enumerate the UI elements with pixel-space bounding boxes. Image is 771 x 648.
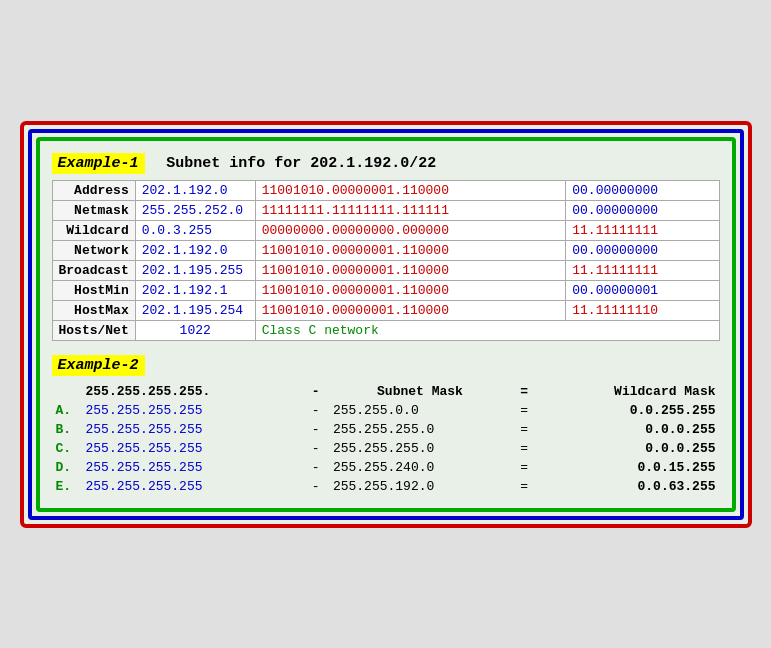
subnet-row: Address202.1.192.011001010.00000001.1100… — [52, 180, 719, 200]
subnet-row-binary2: 00.00000000 — [566, 200, 719, 220]
wildcard-col4-header: = — [511, 382, 537, 401]
subnet-row-label: HostMin — [52, 280, 135, 300]
subnet-row: HostMax202.1.195.25411001010.00000001.11… — [52, 300, 719, 320]
subnet-row-label: Network — [52, 240, 135, 260]
subnet-row-label: Netmask — [52, 200, 135, 220]
outer-border: Example-1 Subnet info for 202.1.192.0/22… — [20, 121, 752, 528]
subnet-row: Wildcard0.0.3.25500000000.00000000.00000… — [52, 220, 719, 240]
wildcard-letter: B. — [52, 420, 82, 439]
subnet-row-label: Address — [52, 180, 135, 200]
subnet-row-binary1: 00000000.00000000.000000 — [255, 220, 566, 240]
example2-header-row: Example-2 — [52, 355, 720, 376]
wildcard-ip: 255.255.255.255 — [82, 401, 303, 420]
wildcard-letter: A. — [52, 401, 82, 420]
wildcard-mask: 255.255.255.0 — [329, 439, 511, 458]
subnet-row-value: 0.0.3.255 — [135, 220, 255, 240]
wildcard-ip: 255.255.255.255 — [82, 439, 303, 458]
wildcard-row: C.255.255.255.255-255.255.255.0=0.0.0.25… — [52, 439, 720, 458]
subnet-row-binary2: 11.11111110 — [566, 300, 719, 320]
subnet-row-binary1: 11001010.00000001.110000 — [255, 260, 566, 280]
inner-border: Example-1 Subnet info for 202.1.192.0/22… — [36, 137, 736, 512]
wildcard-eq: = — [511, 439, 537, 458]
wildcard-letter: C. — [52, 439, 82, 458]
subnet-row-binary1: 11001010.00000001.110000 — [255, 240, 566, 260]
wildcard-col5-header: Wildcard Mask — [537, 382, 719, 401]
subnet-table: Address202.1.192.011001010.00000001.1100… — [52, 180, 720, 341]
wildcard-op: - — [303, 458, 329, 477]
wildcard-eq: = — [511, 458, 537, 477]
wildcard-row: B.255.255.255.255-255.255.255.0=0.0.0.25… — [52, 420, 720, 439]
wildcard-result: 0.0.0.255 — [537, 420, 719, 439]
hosts-net-value: 1022 — [135, 320, 255, 340]
wildcard-ip: 255.255.255.255 — [82, 458, 303, 477]
wildcard-ip: 255.255.255.255 — [82, 477, 303, 496]
subnet-row-value: 202.1.195.254 — [135, 300, 255, 320]
subnet-row-value: 202.1.192.0 — [135, 180, 255, 200]
subnet-row-value: 202.1.195.255 — [135, 260, 255, 280]
subnet-row-binary2: 11.11111111 — [566, 260, 719, 280]
subnet-row-binary1: 11001010.00000001.110000 — [255, 280, 566, 300]
wildcard-op: - — [303, 439, 329, 458]
example1-label: Example-1 — [52, 153, 145, 174]
example1-title-row: Example-1 Subnet info for 202.1.192.0/22 — [52, 153, 720, 174]
subnet-row-label: HostMax — [52, 300, 135, 320]
subnet-row-binary1: 11001010.00000001.110000 — [255, 300, 566, 320]
wildcard-col1-header: 255.255.255.255. — [82, 382, 303, 401]
subnet-row-binary2: 00.00000001 — [566, 280, 719, 300]
wildcard-op: - — [303, 420, 329, 439]
subnet-row: Netmask255.255.252.011111111.11111111.11… — [52, 200, 719, 220]
wildcard-eq: = — [511, 420, 537, 439]
wildcard-row: E.255.255.255.255-255.255.192.0=0.0.63.2… — [52, 477, 720, 496]
wildcard-eq: = — [511, 401, 537, 420]
hosts-net-label: Hosts/Net — [52, 320, 135, 340]
subnet-row-label: Wildcard — [52, 220, 135, 240]
example2-label: Example-2 — [52, 355, 145, 376]
subnet-row-value: 202.1.192.1 — [135, 280, 255, 300]
subnet-row: Network202.1.192.011001010.00000001.1100… — [52, 240, 719, 260]
wildcard-eq: = — [511, 477, 537, 496]
wildcard-letter: D. — [52, 458, 82, 477]
subnet-row: Broadcast202.1.195.25511001010.00000001.… — [52, 260, 719, 280]
subnet-row-binary1: 11001010.00000001.110000 — [255, 180, 566, 200]
subnet-row-binary2: 00.00000000 — [566, 180, 719, 200]
example1-title: Subnet info for 202.1.192.0/22 — [166, 155, 436, 172]
wildcard-table: 255.255.255.255. - Subnet Mask = Wildcar… — [52, 382, 720, 496]
hosts-net-row: Hosts/Net 1022 Class C network — [52, 320, 719, 340]
wildcard-mask: 255.255.240.0 — [329, 458, 511, 477]
wildcard-row: A.255.255.255.255-255.255.0.0=0.0.255.25… — [52, 401, 720, 420]
subnet-row-label: Broadcast — [52, 260, 135, 280]
wildcard-result: 0.0.15.255 — [537, 458, 719, 477]
subnet-row-binary2: 00.00000000 — [566, 240, 719, 260]
subnet-row-binary1: 11111111.11111111.111111 — [255, 200, 566, 220]
subnet-row-binary2: 11.11111111 — [566, 220, 719, 240]
wildcard-mask: 255.255.0.0 — [329, 401, 511, 420]
class-c-note: Class C network — [255, 320, 719, 340]
example2-section: Example-2 255.255.255.255. - Subnet Mask… — [52, 355, 720, 496]
wildcard-mask: 255.255.192.0 — [329, 477, 511, 496]
subnet-row: HostMin202.1.192.111001010.00000001.1100… — [52, 280, 719, 300]
wildcard-col3-header: Subnet Mask — [329, 382, 511, 401]
wildcard-ip: 255.255.255.255 — [82, 420, 303, 439]
wildcard-op: - — [303, 401, 329, 420]
wildcard-row: D.255.255.255.255-255.255.240.0=0.0.15.2… — [52, 458, 720, 477]
wildcard-mask: 255.255.255.0 — [329, 420, 511, 439]
wildcard-result: 0.0.63.255 — [537, 477, 719, 496]
wildcard-header-row: 255.255.255.255. - Subnet Mask = Wildcar… — [52, 382, 720, 401]
subnet-row-value: 202.1.192.0 — [135, 240, 255, 260]
wildcard-result: 0.0.0.255 — [537, 439, 719, 458]
subnet-row-value: 255.255.252.0 — [135, 200, 255, 220]
middle-border: Example-1 Subnet info for 202.1.192.0/22… — [28, 129, 744, 520]
wildcard-letter: E. — [52, 477, 82, 496]
wildcard-result: 0.0.255.255 — [537, 401, 719, 420]
wildcard-op: - — [303, 477, 329, 496]
wildcard-col2-header: - — [303, 382, 329, 401]
